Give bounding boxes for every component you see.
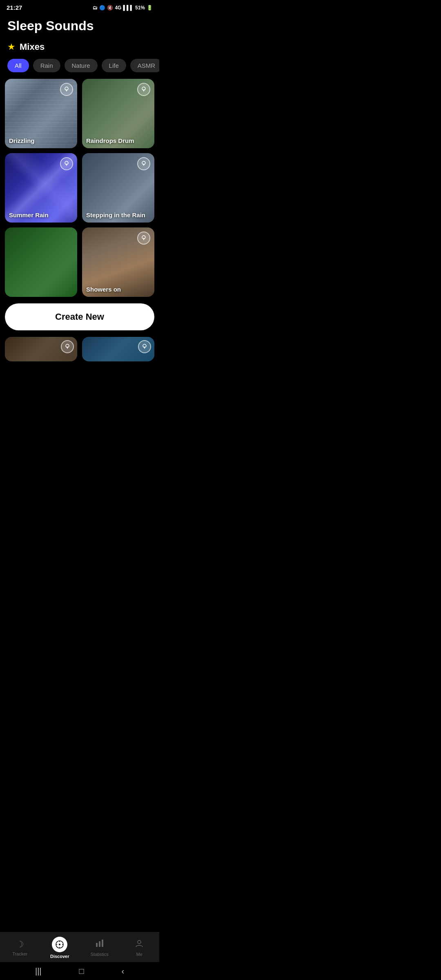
card-partial-1[interactable] (5, 337, 77, 361)
status-time: 21:27 (7, 4, 22, 11)
download-icon-drizzling[interactable] (60, 83, 73, 96)
download-icon-raindrops[interactable] (137, 83, 150, 96)
card-drizzling[interactable]: Drizzling (5, 79, 77, 148)
card-showers[interactable]: Showers on (82, 227, 154, 297)
create-new-section: Create New (0, 297, 159, 337)
bottom-cards-partial (0, 337, 159, 361)
signal-icon: ▌▌▌ (123, 5, 134, 11)
download-icon-stepping[interactable] (137, 157, 150, 170)
svg-point-4 (65, 161, 68, 165)
download-icon-partial1[interactable] (61, 340, 74, 353)
download-icon-showers[interactable] (137, 232, 150, 245)
svg-point-6 (142, 161, 145, 165)
card-summer-rain[interactable]: Summer Rain (5, 153, 77, 223)
card-label-showers: Showers on (86, 286, 150, 293)
mixes-label: Mixes (20, 42, 45, 52)
filter-rain[interactable]: Rain (33, 59, 60, 72)
network-icon: 4G (115, 5, 121, 11)
star-icon: ★ (7, 42, 16, 52)
bt-icon: 🔵 (99, 5, 105, 11)
mixes-section: ★ Mixes (0, 36, 159, 56)
card-label-drizzling: Drizzling (9, 137, 73, 144)
card-partial-2[interactable] (82, 337, 154, 361)
card-stepping[interactable]: Stepping in the Rain (82, 153, 154, 223)
svg-point-12 (143, 344, 146, 347)
download-icon-partial2[interactable] (138, 340, 151, 353)
filter-life[interactable]: Life (102, 59, 126, 72)
filter-asmr[interactable]: ASMR (130, 59, 159, 72)
card-raindrops[interactable]: Raindrops Drum (82, 79, 154, 148)
filter-nature[interactable]: Nature (65, 59, 98, 72)
battery-icon: 🔋 (147, 5, 153, 11)
card-label-raindrops: Raindrops Drum (86, 137, 150, 144)
svg-point-2 (142, 87, 145, 90)
svg-point-8 (142, 236, 145, 239)
download-icon-summer[interactable] (60, 157, 73, 170)
svg-point-10 (66, 344, 69, 347)
status-bar: 21:27 🗂 🔵 🔇 4G ▌▌▌ 51% 🔋 (0, 0, 159, 13)
app-title: Sleep Sounds (7, 18, 152, 33)
cards-grid: Drizzling Raindrops Drum Summer Rain (0, 79, 159, 297)
battery-text: 51% (135, 5, 145, 11)
card-label-summer: Summer Rain (9, 212, 73, 218)
filter-all[interactable]: All (7, 59, 29, 72)
create-new-button[interactable]: Create New (5, 303, 154, 330)
app-header: Sleep Sounds (0, 13, 159, 36)
status-icons: 🗂 🔵 🔇 4G ▌▌▌ 51% 🔋 (93, 5, 153, 11)
card-forest[interactable] (5, 227, 77, 297)
filter-row: All Rain Nature Life ASMR (0, 56, 159, 79)
sd-icon: 🗂 (93, 5, 98, 11)
mute-icon: 🔇 (107, 5, 113, 11)
svg-point-0 (65, 87, 68, 90)
card-label-stepping: Stepping in the Rain (86, 212, 150, 218)
